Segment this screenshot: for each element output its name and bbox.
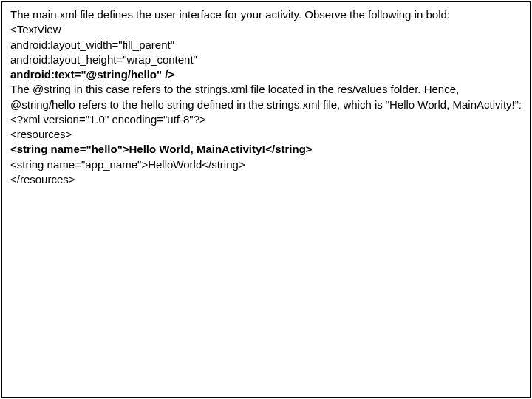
code-line: <resources> — [10, 127, 522, 142]
code-line: android:layout_width="fill_parent" — [10, 38, 522, 52]
code-line-bold: <string name="hello">Hello World, MainAc… — [10, 142, 522, 157]
code-line: android:layout_height="wrap_content" — [10, 52, 522, 67]
code-line: </resources> — [10, 172, 522, 187]
code-line: <?xml version="1.0" encoding="utf-8"?> — [10, 112, 522, 127]
text-line: The main.xml file defines the user inter… — [10, 7, 522, 22]
code-line-bold: android:text="@string/hello" /> — [10, 67, 522, 82]
text-line: The @string in this case refers to the s… — [10, 82, 522, 112]
code-line: <string name="app_name">HelloWorld</stri… — [10, 157, 522, 172]
code-line: <TextView — [10, 22, 522, 37]
document-body: The main.xml file defines the user inter… — [7, 6, 525, 188]
